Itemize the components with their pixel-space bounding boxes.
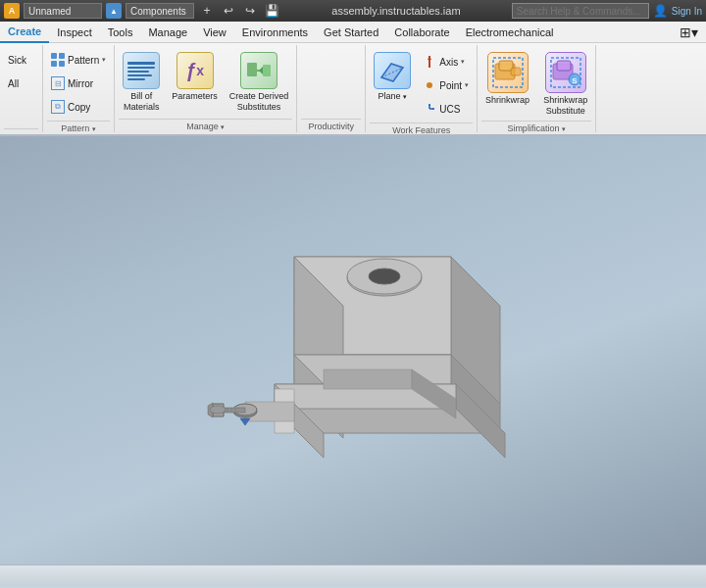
productivity-label: Productivity bbox=[301, 119, 361, 132]
qat-save-icon[interactable]: 💾 bbox=[263, 2, 280, 20]
bom-label: Bill ofMaterials bbox=[124, 91, 160, 113]
model-svg bbox=[167, 178, 579, 512]
title-bar-left: A ▲ + ↩ ↪ 💾 bbox=[4, 2, 280, 20]
ribbon-group-misc: Sick All bbox=[0, 45, 43, 132]
manage-content: Bill ofMaterials ƒx Parameters Create De bbox=[119, 48, 292, 119]
svg-rect-15 bbox=[511, 68, 521, 75]
menu-bar: Create Inspect Tools Manage View Environ… bbox=[0, 22, 706, 43]
ribbon-group-manage: Bill ofMaterials ƒx Parameters Create De bbox=[115, 45, 297, 132]
pattern-stack: Pattern ▾ ⊟ Mirror ⧉ Copy bbox=[47, 48, 110, 119]
mirror-button[interactable]: ⊟ Mirror bbox=[47, 72, 110, 95]
title-bar: A ▲ + ↩ ↪ 💾 assembly.instructables.iam 👤… bbox=[0, 0, 706, 22]
manage-label: Manage ▾ bbox=[119, 119, 292, 132]
svg-rect-0 bbox=[247, 63, 257, 76]
derive-label: Create DerivedSubstitutes bbox=[229, 91, 289, 113]
document-name-input[interactable] bbox=[24, 3, 102, 19]
work-features-content: Plane ▾ Axis ▾ Point ▾ bbox=[370, 48, 473, 122]
help-search-input[interactable] bbox=[512, 3, 649, 19]
ribbon-group-productivity: Productivity bbox=[297, 45, 366, 132]
menu-item-inspect[interactable]: Inspect bbox=[49, 22, 99, 43]
title-bar-right: 👤 Sign In bbox=[512, 3, 702, 19]
menu-item-electromechanical[interactable]: Electromechanical bbox=[458, 22, 562, 43]
menu-item-view[interactable]: View bbox=[195, 22, 234, 43]
3d-model bbox=[167, 178, 539, 492]
pattern-button[interactable]: Pattern ▾ bbox=[47, 48, 110, 72]
parameters-button[interactable]: ƒx Parameters bbox=[168, 50, 222, 104]
ribbon-group-pattern: Pattern ▾ ⊟ Mirror ⧉ Copy Pattern ▾ bbox=[43, 45, 115, 132]
svg-rect-2 bbox=[263, 65, 271, 76]
simplification-content: Shrinkwrap S ShrinkwrapSubstitute bbox=[481, 48, 591, 121]
shrinkwrap-substitute-icon: S bbox=[545, 52, 586, 93]
svg-text:S: S bbox=[572, 76, 578, 85]
status-bar bbox=[0, 564, 706, 586]
work-small-stack: Axis ▾ Point ▾ UCS bbox=[419, 50, 473, 121]
copy-button[interactable]: ⧉ Copy bbox=[47, 95, 110, 119]
misc-buttons: Sick All bbox=[4, 48, 30, 95]
viewport[interactable] bbox=[0, 136, 706, 564]
bill-of-materials-button[interactable]: Bill ofMaterials bbox=[119, 50, 164, 115]
svg-point-34 bbox=[369, 269, 400, 284]
shrinkwrap-icon bbox=[487, 52, 529, 93]
config-input[interactable] bbox=[126, 3, 194, 19]
svg-point-48 bbox=[210, 406, 226, 414]
axis-icon bbox=[423, 55, 436, 69]
menu-item-collaborate[interactable]: Collaborate bbox=[386, 22, 457, 43]
qat-redo-icon[interactable]: ↪ bbox=[241, 2, 259, 20]
ucs-button[interactable]: UCS bbox=[419, 97, 473, 121]
user-icon: 👤 bbox=[653, 4, 668, 18]
app-icon-secondary: ▲ bbox=[106, 3, 122, 19]
svg-rect-35 bbox=[324, 369, 412, 389]
menu-item-environments[interactable]: Environments bbox=[234, 22, 316, 43]
menu-item-create[interactable]: Create bbox=[0, 22, 49, 43]
misc-content: Sick All bbox=[4, 48, 38, 128]
misc-label bbox=[4, 128, 38, 132]
plane-label: Plane ▾ bbox=[378, 91, 408, 102]
pattern-arrow: ▾ bbox=[102, 56, 106, 64]
window-title: assembly.instructables.iam bbox=[280, 5, 512, 17]
axis-button[interactable]: Axis ▾ bbox=[419, 50, 473, 74]
sign-in-label[interactable]: Sign In bbox=[672, 6, 702, 17]
shrinkwrap-substitute-button[interactable]: S ShrinkwrapSubstitute bbox=[539, 50, 591, 119]
parameters-label: Parameters bbox=[172, 91, 218, 102]
svg-point-8 bbox=[427, 82, 432, 88]
shrinkwrap-button[interactable]: Shrinkwrap bbox=[481, 50, 533, 108]
menu-item-extra[interactable]: ⊞▾ bbox=[672, 22, 706, 43]
pattern-group-label: Pattern ▾ bbox=[47, 121, 110, 134]
work-features-label: Work Features bbox=[370, 122, 473, 136]
menu-item-get-started[interactable]: Get Started bbox=[316, 22, 386, 43]
app-logo: A bbox=[4, 3, 20, 19]
bom-icon bbox=[123, 52, 160, 89]
derive-icon bbox=[240, 52, 277, 89]
point-button[interactable]: Point ▾ bbox=[419, 74, 473, 97]
all-button[interactable]: All bbox=[4, 72, 30, 95]
menu-item-manage[interactable]: Manage bbox=[140, 22, 195, 43]
qat-plus-icon[interactable]: + bbox=[198, 2, 216, 20]
simplification-label: Simplification ▾ bbox=[481, 121, 591, 134]
point-icon bbox=[423, 78, 436, 92]
sick-button[interactable]: Sick bbox=[4, 48, 30, 72]
ribbon: Sick All Pattern ▾ ⊟ bbox=[0, 43, 706, 136]
fx-icon: ƒx bbox=[176, 52, 214, 89]
productivity-content bbox=[301, 48, 361, 119]
ribbon-group-simplification: Shrinkwrap S ShrinkwrapSubstitute Simpli… bbox=[478, 45, 596, 132]
svg-marker-49 bbox=[240, 418, 250, 425]
create-derived-button[interactable]: Create DerivedSubstitutes bbox=[226, 50, 293, 115]
ribbon-group-work-features: Plane ▾ Axis ▾ Point ▾ bbox=[366, 45, 478, 132]
menu-item-tools[interactable]: Tools bbox=[100, 22, 141, 43]
svg-rect-17 bbox=[557, 61, 571, 71]
ucs-icon bbox=[423, 102, 436, 116]
svg-marker-7 bbox=[428, 56, 431, 60]
plane-icon bbox=[374, 52, 411, 89]
qat-undo-icon[interactable]: ↩ bbox=[220, 2, 237, 20]
shrinkwrap-substitute-label: ShrinkwrapSubstitute bbox=[543, 95, 587, 117]
shrinkwrap-label: Shrinkwrap bbox=[485, 95, 530, 106]
pattern-content: Pattern ▾ ⊟ Mirror ⧉ Copy bbox=[47, 48, 110, 121]
plane-button[interactable]: Plane ▾ bbox=[370, 50, 415, 104]
